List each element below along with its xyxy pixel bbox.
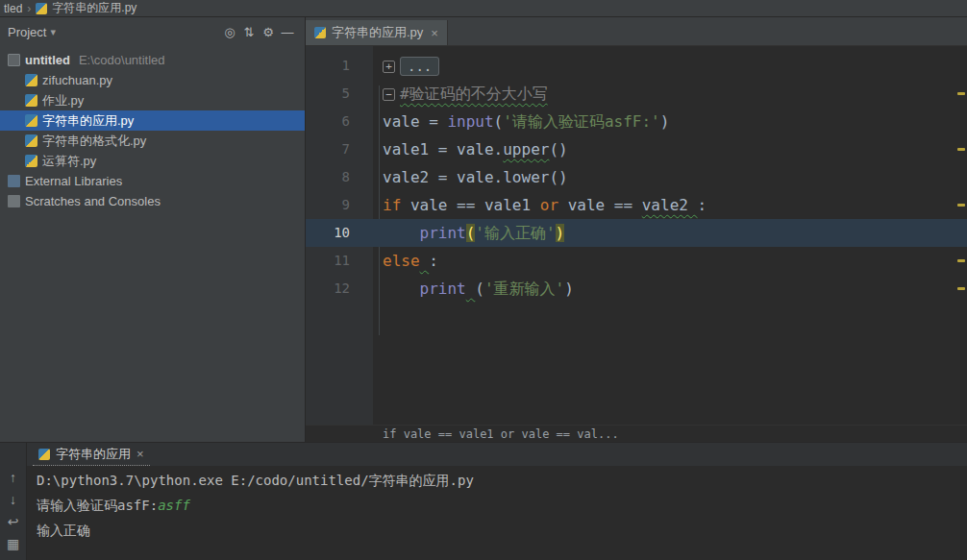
console-text: 请输入验证码asfF: (37, 498, 158, 513)
breadcrumb-file[interactable]: 字符串的应用.py (52, 0, 136, 16)
close-icon[interactable]: × (431, 26, 438, 40)
locate-icon[interactable]: ◎ (220, 25, 239, 39)
run-tab[interactable]: 字符串的应用 × (33, 444, 150, 466)
run-main: 字符串的应用 × D:\python3.7\python.exe E:/codo… (27, 443, 967, 560)
token: else (383, 252, 420, 270)
editor-tab[interactable]: 字符串的应用.py × (306, 20, 448, 45)
token: vale == vale1 (410, 196, 540, 214)
main-area: Project ▾ ◎⇅⚙— untitledE:\codo\untitledz… (0, 17, 967, 442)
token (383, 224, 420, 242)
editor-panel: 字符串的应用.py × 1+...5−#验证码的不分大小写6vale = inp… (306, 17, 967, 442)
py-icon (25, 155, 37, 167)
python-file-icon (314, 27, 326, 38)
code-text: if vale == vale1 or vale == vale2 : (373, 191, 707, 219)
token: vale2 (642, 196, 698, 214)
tree-item[interactable]: 字符串的格式化.py (0, 131, 305, 151)
pycharm-window: tled › 字符串的应用.py Project ▾ ◎⇅⚙— untitled… (0, 0, 967, 560)
python-file-icon (38, 449, 50, 460)
code-editor[interactable]: 1+...5−#验证码的不分大小写6vale = input('请输入验证码as… (306, 46, 967, 425)
console-line: 输入正确 (37, 518, 967, 543)
token: ... (400, 57, 439, 76)
project-toolbar: ◎⇅⚙— (220, 25, 297, 39)
tree-item[interactable]: 字符串的应用.py (0, 110, 305, 131)
hide-panel-icon[interactable]: — (278, 25, 297, 39)
warning-stripe-mark[interactable] (957, 287, 965, 290)
tree-item[interactable]: 作业.py (0, 90, 305, 110)
code-line[interactable]: 6vale = input('请输入验证码asfF:') (306, 108, 967, 135)
run-tab-label: 字符串的应用 (56, 446, 131, 463)
code-text: −#验证码的不分大小写 (373, 80, 548, 108)
tree-item[interactable]: Scratches and Consoles (0, 191, 305, 211)
code-line[interactable]: 1+... (306, 52, 967, 80)
console-text: 输入正确 (37, 523, 90, 538)
tree-item[interactable]: External Libraries (0, 171, 305, 191)
console-line: D:\python3.7\python.exe E:/codo/untitled… (37, 468, 967, 493)
line-number[interactable]: 7 (306, 135, 373, 163)
token: print (420, 224, 466, 242)
warning-stripe-mark[interactable] (957, 259, 965, 262)
close-icon[interactable]: × (136, 447, 144, 461)
code-text: +... (373, 52, 439, 80)
token: vale = (383, 112, 447, 131)
line-number[interactable]: 9 (306, 191, 373, 219)
code-text: vale2 = vale.lower() (373, 163, 568, 191)
soft-wrap-icon[interactable]: ↩ (8, 514, 19, 529)
line-number[interactable]: 12 (306, 275, 373, 303)
console-text: D:\python3.7\python.exe E:/codo/untitled… (37, 473, 474, 488)
token (420, 252, 430, 270)
token: #验证码的不分大小写 (400, 85, 548, 103)
token: if (383, 196, 410, 214)
tree-item[interactable]: zifuchuan.py (0, 70, 305, 90)
run-toolbar: ↑↓↩▦ (0, 443, 27, 560)
run-tab-bar: 字符串的应用 × (27, 443, 967, 466)
code-line[interactable]: 7vale1 = vale.upper() (306, 135, 967, 163)
down-arrow-icon[interactable]: ↓ (10, 492, 16, 507)
code-line[interactable]: 12 print ('重新输入') (306, 275, 967, 303)
tree-item-label: 字符串的格式化.py (42, 133, 146, 150)
warning-stripe-mark[interactable] (957, 204, 965, 207)
token: vale1 = vale. (383, 140, 503, 158)
project-panel-header: Project ▾ ◎⇅⚙— (0, 17, 305, 46)
fold-plus-icon[interactable]: + (383, 61, 395, 73)
project-panel-title[interactable]: Project (8, 25, 46, 39)
line-number[interactable]: 1 (306, 52, 373, 80)
code-line[interactable]: 8vale2 = vale.lower() (306, 163, 967, 191)
code-line[interactable]: 11else : (306, 247, 967, 275)
line-number[interactable]: 6 (306, 108, 373, 135)
tool-windows-icon[interactable]: ▦ (7, 536, 19, 551)
token: input (447, 112, 493, 131)
context-bar: if vale == vale1 or vale == val... (306, 425, 967, 442)
code-text: print ('重新输入') (373, 275, 574, 303)
line-number[interactable]: 5 (306, 80, 373, 108)
project-tree[interactable]: untitledE:\codo\untitledzifuchuan.py作业.p… (0, 46, 305, 442)
error-stripe[interactable] (955, 46, 967, 425)
console-output[interactable]: D:\python3.7\python.exe E:/codo/untitled… (27, 466, 967, 560)
token: vale2 = vale.lower() (383, 168, 568, 186)
token: ( (466, 224, 476, 242)
breadcrumb-separator-icon: › (27, 2, 31, 15)
line-number[interactable]: 10 (306, 219, 373, 247)
up-arrow-icon[interactable]: ↑ (10, 470, 16, 485)
collapse-all-icon[interactable]: ⇅ (239, 25, 259, 39)
breadcrumb-root[interactable]: tled (4, 2, 22, 15)
py-icon (25, 114, 37, 127)
warning-stripe-mark[interactable] (957, 92, 965, 95)
tree-item[interactable]: untitledE:\codo\untitled (0, 50, 305, 70)
warning-stripe-mark[interactable] (957, 148, 965, 151)
code-line[interactable]: 10 print('输入正确') (306, 219, 967, 247)
settings-gear-icon[interactable]: ⚙ (259, 25, 278, 39)
fold-minus-icon[interactable]: − (383, 88, 395, 101)
line-number[interactable]: 8 (306, 163, 373, 191)
console-line: 请输入验证码asfF:asff (37, 493, 967, 518)
line-number[interactable]: 11 (306, 247, 373, 275)
code-line[interactable]: 9if vale == vale1 or vale == vale2 : (306, 191, 967, 219)
token: '输入正确' (475, 224, 555, 242)
code-line[interactable]: 5−#验证码的不分大小写 (306, 80, 967, 108)
code-text: else : (373, 247, 438, 275)
token (466, 280, 476, 298)
token: print (420, 280, 466, 298)
token: vale == (558, 196, 642, 214)
tree-item[interactable]: 运算符.py (0, 151, 305, 171)
chevron-down-icon[interactable]: ▾ (50, 26, 56, 38)
token: ) (564, 280, 574, 298)
